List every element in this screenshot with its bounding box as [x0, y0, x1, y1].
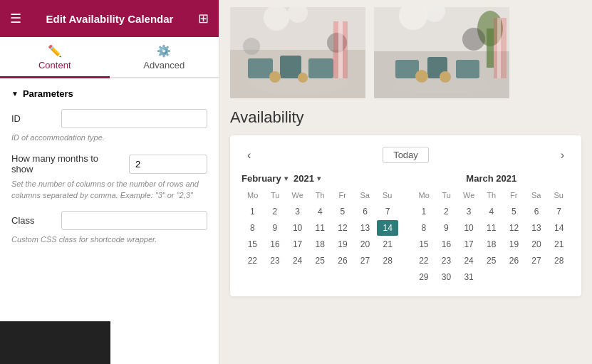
cal-day[interactable]: 13 — [526, 220, 548, 236]
cal-day[interactable]: 3 — [458, 204, 480, 219]
cal-day[interactable]: 11 — [309, 220, 331, 236]
images-row — [230, 7, 581, 98]
cal-day[interactable]: 8 — [413, 220, 435, 236]
availability-title: Availability — [230, 108, 581, 127]
room-image-2 — [374, 7, 509, 98]
cal-day[interactable]: 24 — [286, 253, 308, 269]
cal-day[interactable]: 23 — [435, 253, 457, 269]
march-days: 1 2 3 4 5 6 7 8 9 10 11 12 13 14 15 16 1 — [413, 204, 571, 285]
cal-day[interactable]: 4 — [309, 204, 331, 219]
cal-day-today[interactable]: 14 — [377, 220, 399, 236]
cal-day[interactable]: 23 — [264, 253, 286, 269]
cal-day[interactable]: 6 — [354, 204, 376, 219]
cal-day[interactable]: 17 — [286, 236, 308, 252]
panel-title: Edit Availability Calendar — [21, 13, 198, 25]
cal-day[interactable]: 20 — [526, 236, 548, 252]
cal-day-empty — [503, 269, 525, 285]
content-tab-icon: ✏️ — [48, 44, 62, 58]
svg-rect-7 — [298, 73, 308, 83]
cal-day[interactable]: 16 — [264, 236, 286, 252]
cal-day[interactable]: 7 — [377, 204, 399, 219]
year-select[interactable]: 2021 — [294, 173, 314, 184]
cal-day-empty — [526, 269, 548, 285]
cal-day[interactable]: 25 — [309, 253, 331, 269]
cal-day[interactable]: 26 — [503, 253, 525, 269]
cal-day[interactable]: 15 — [242, 236, 264, 252]
id-input[interactable] — [61, 109, 207, 128]
cal-day[interactable]: 18 — [309, 236, 331, 252]
cal-day[interactable]: 9 — [435, 220, 457, 236]
id-hint: ID of accommodation type. — [11, 132, 207, 143]
cal-day[interactable]: 24 — [458, 253, 480, 269]
cal-day[interactable]: 31 — [458, 269, 480, 285]
menu-icon[interactable]: ☰ — [10, 11, 21, 26]
cal-day[interactable]: 27 — [354, 253, 376, 269]
tab-content[interactable]: ✏️ Content — [0, 37, 110, 78]
cal-day[interactable]: 18 — [480, 236, 502, 252]
class-input[interactable] — [61, 211, 207, 230]
cal-day[interactable]: 3 — [286, 204, 308, 219]
cal-day[interactable]: 19 — [503, 236, 525, 252]
id-label: ID — [11, 113, 54, 124]
cal-day[interactable]: 25 — [480, 253, 502, 269]
cal-day[interactable]: 29 — [413, 269, 435, 285]
cal-day[interactable]: 5 — [503, 204, 525, 219]
cal-day[interactable]: 16 — [435, 236, 457, 252]
cal-day[interactable]: 12 — [332, 220, 354, 236]
panel-content: ▼ Parameters ID ID of accommodation type… — [0, 78, 219, 321]
prev-month-button[interactable]: ‹ — [242, 147, 256, 163]
month-selector: February March ▾ 2021 ▾ — [242, 173, 399, 184]
id-field-row: ID — [11, 109, 207, 128]
cal-day[interactable]: 1 — [413, 204, 435, 219]
svg-rect-13 — [338, 21, 343, 78]
month-select[interactable]: February March — [242, 173, 281, 184]
tab-advanced[interactable]: ⚙️ Advanced — [110, 37, 219, 78]
room-scene-1 — [230, 7, 365, 98]
cal-day[interactable]: 22 — [242, 253, 264, 269]
cal-day[interactable]: 28 — [377, 253, 399, 269]
cal-day[interactable]: 10 — [458, 220, 480, 236]
svg-rect-19 — [456, 60, 479, 78]
cal-day[interactable]: 19 — [332, 236, 354, 252]
cal-day[interactable]: 12 — [503, 220, 525, 236]
months-input[interactable] — [129, 155, 207, 174]
next-month-button[interactable]: › — [555, 147, 570, 163]
left-panel: ☰ Edit Availability Calendar ⊞ ✏️ Conten… — [0, 0, 219, 364]
cal-day[interactable]: 8 — [242, 220, 264, 236]
cal-day[interactable]: 9 — [264, 220, 286, 236]
cal-day[interactable]: 1 — [242, 204, 264, 219]
march-calendar: March 2021 Mo Tu We Th Fr Sa Su 1 2 3 4 — [413, 173, 571, 285]
cal-day[interactable]: 26 — [332, 253, 354, 269]
grid-icon[interactable]: ⊞ — [198, 11, 209, 26]
advanced-tab-label: Advanced — [143, 60, 185, 71]
cal-day[interactable]: 10 — [286, 220, 308, 236]
cal-day[interactable]: 22 — [413, 253, 435, 269]
cal-day[interactable]: 17 — [458, 236, 480, 252]
cal-day[interactable]: 14 — [548, 220, 570, 236]
cal-day[interactable]: 2 — [435, 204, 457, 219]
cal-day[interactable]: 30 — [435, 269, 457, 285]
months-hint: Set the number of columns or the number … — [11, 179, 207, 201]
cal-day[interactable]: 6 — [526, 204, 548, 219]
cal-day[interactable]: 11 — [480, 220, 502, 236]
cal-day[interactable]: 21 — [377, 236, 399, 252]
svg-rect-5 — [308, 58, 333, 78]
cal-day[interactable]: 27 — [526, 253, 548, 269]
svg-rect-21 — [440, 71, 451, 83]
black-bar — [0, 321, 110, 364]
cal-day[interactable]: 13 — [354, 220, 376, 236]
march-weekdays: Mo Tu We Th Fr Sa Su — [413, 189, 571, 201]
class-label: Class — [11, 215, 54, 226]
cal-day[interactable]: 7 — [548, 204, 570, 219]
today-button[interactable]: Today — [383, 147, 429, 163]
cal-day[interactable]: 28 — [548, 253, 570, 269]
cal-day[interactable]: 5 — [332, 204, 354, 219]
cal-day[interactable]: 21 — [548, 236, 570, 252]
room-scene-2 — [374, 7, 509, 98]
cal-day[interactable]: 20 — [354, 236, 376, 252]
cal-day[interactable]: 2 — [264, 204, 286, 219]
class-field-row: Class — [11, 211, 207, 230]
cal-day[interactable]: 4 — [480, 204, 502, 219]
cal-day[interactable]: 15 — [413, 236, 435, 252]
svg-rect-20 — [415, 70, 428, 83]
